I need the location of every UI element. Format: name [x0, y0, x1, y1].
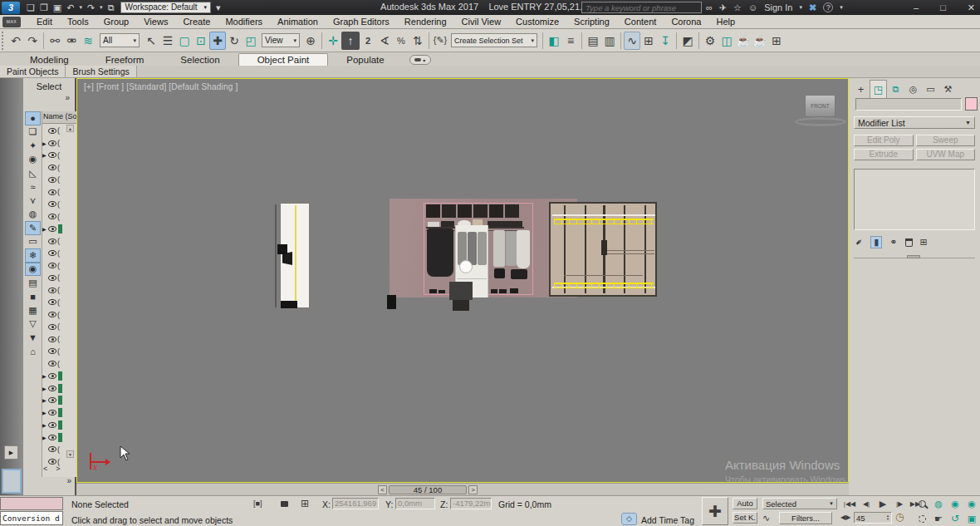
lock-selection-icon[interactable]: [281, 501, 288, 507]
configure-modifier-sets-icon[interactable]: ⊞: [920, 237, 928, 248]
explorer-row[interactable]: (: [42, 297, 76, 309]
help-caret-icon[interactable]: ▾: [840, 4, 843, 11]
explorer-expand-link[interactable]: »: [65, 93, 70, 102]
menu-group[interactable]: Group: [96, 17, 137, 27]
x-coordinate-field[interactable]: 254161,969: [332, 498, 379, 509]
display-bones-icon[interactable]: ⋎: [25, 194, 41, 208]
maxscript-mini-listener[interactable]: Conversion d: [0, 511, 63, 525]
explorer-row[interactable]: (: [42, 161, 76, 174]
visibility-eye-icon[interactable]: [48, 250, 56, 256]
redo-scene-icon[interactable]: ↷: [24, 32, 41, 50]
sign-in-label[interactable]: Sign In: [764, 2, 792, 12]
named-selection-set-dropdown[interactable]: Create Selection Set ▾: [451, 33, 537, 47]
visibility-eye-icon[interactable]: [48, 275, 56, 281]
render-iterative-icon[interactable]: ☕: [752, 32, 768, 50]
select-and-manipulate-icon[interactable]: ✛: [325, 32, 341, 50]
modifier-list-dropdown[interactable]: Modifier List ▼: [854, 116, 975, 129]
expand-arrow-icon[interactable]: ▶: [42, 397, 47, 403]
expand-arrow-icon[interactable]: ▶: [42, 226, 47, 232]
viewport-front[interactable]: [+] [Front ] [Standard] [Default Shading…: [76, 78, 849, 483]
key-filters-icon[interactable]: ∿: [762, 513, 770, 524]
user-icon[interactable]: ☺: [748, 2, 757, 12]
expand-arrow-icon[interactable]: ▶: [42, 410, 47, 415]
key-mode-dropdown[interactable]: Selected ▼: [762, 498, 837, 509]
frame-spin-down-icon[interactable]: ▼: [886, 518, 889, 521]
zoom-all-icon[interactable]: ◍: [930, 497, 947, 510]
z-coordinate-field[interactable]: -4179,22m: [450, 498, 492, 509]
explorer-row[interactable]: (: [42, 308, 76, 321]
save-file-icon[interactable]: ▣: [53, 2, 61, 13]
display-cameras-icon[interactable]: ◉: [25, 153, 41, 167]
explorer-row[interactable]: ▶: [42, 370, 76, 382]
explorer-row[interactable]: (: [42, 186, 76, 199]
visibility-eye-icon[interactable]: [48, 386, 56, 391]
ribbon-tab-object-paint[interactable]: Object Paint: [238, 53, 329, 66]
menu-rendering[interactable]: Rendering: [397, 17, 454, 27]
tab-create-icon[interactable]: +: [852, 80, 870, 98]
use-pivot-center-icon[interactable]: ⊕: [302, 32, 319, 50]
visibility-eye-icon[interactable]: [48, 165, 56, 170]
explorer-row[interactable]: (: [42, 210, 76, 223]
visibility-eye-icon[interactable]: [48, 410, 56, 415]
visibility-eye-icon[interactable]: [48, 299, 56, 305]
ribbon-tab-selection[interactable]: Selection: [162, 54, 238, 66]
visibility-eye-icon[interactable]: [48, 348, 56, 354]
explorer-row[interactable]: ▶: [42, 419, 76, 431]
visibility-eye-icon[interactable]: [48, 422, 56, 428]
redo-dropdown-icon[interactable]: ▾: [100, 4, 103, 11]
explorer-row[interactable]: ▶: [42, 395, 76, 407]
menu-civil-view[interactable]: Civil View: [454, 17, 508, 27]
modifier-stack[interactable]: [854, 169, 975, 230]
zoom-extents-all-icon[interactable]: ◉: [963, 497, 980, 510]
expand-panel-button[interactable]: ▶: [4, 445, 18, 460]
orbit-icon[interactable]: ↺: [947, 512, 963, 525]
ribbon-toggle-icon[interactable]: ↧: [657, 32, 674, 50]
bind-to-spacewarp-icon[interactable]: ≋: [80, 32, 96, 50]
grid-toggle-icon[interactable]: ▦: [25, 303, 41, 317]
name-column-header[interactable]: Name (Sor: [42, 111, 76, 124]
unlink-selection-icon[interactable]: ⚮: [63, 32, 80, 50]
workspace-toggle-icon[interactable]: ▾: [216, 2, 221, 13]
y-coordinate-field[interactable]: 0,0mm: [395, 498, 435, 509]
visibility-eye-icon[interactable]: [48, 288, 56, 293]
visibility-eye-icon[interactable]: [48, 312, 56, 317]
select-and-move-icon[interactable]: ✚: [209, 32, 226, 50]
material-toggle-icon[interactable]: ■: [25, 290, 41, 304]
remove-modifier-icon[interactable]: [905, 238, 913, 247]
freeze-toggle-icon[interactable]: ❄: [25, 248, 41, 263]
communication-center-icon[interactable]: ✈: [719, 2, 727, 13]
menu-graph-editors[interactable]: Graph Editors: [326, 17, 397, 27]
select-and-scale-icon[interactable]: ◰: [243, 32, 259, 50]
explorer-row[interactable]: ▶(: [42, 150, 76, 162]
modifier-button-uvw-map[interactable]: UVW Map: [916, 149, 976, 160]
a360-icon[interactable]: ✖: [809, 2, 816, 13]
visibility-eye-icon[interactable]: [48, 214, 56, 219]
tab-motion-icon[interactable]: ◎: [904, 80, 922, 98]
explorer-row[interactable]: ▶: [42, 223, 76, 235]
display-lights-icon[interactable]: ✦: [25, 139, 41, 153]
explorer-more-link[interactable]: »: [66, 476, 71, 485]
visibility-eye-icon[interactable]: [48, 140, 56, 146]
show-end-result-icon[interactable]: ▮: [870, 236, 882, 248]
macro-recorder-box[interactable]: [0, 497, 63, 510]
folder-icon[interactable]: ⌂: [25, 345, 41, 359]
angle-snap-icon[interactable]: ∢: [376, 32, 393, 50]
explorer-row[interactable]: (: [42, 259, 76, 272]
select-by-name-icon[interactable]: ☰: [159, 32, 176, 50]
select-object-icon[interactable]: ↖: [143, 32, 159, 50]
properties-icon[interactable]: ▤: [25, 276, 41, 290]
auto-key-button[interactable]: Auto: [733, 498, 757, 509]
undo-scene-icon[interactable]: ↶: [7, 32, 24, 50]
schematic-view-icon[interactable]: ⊞: [640, 32, 657, 50]
visibility-eye-icon[interactable]: [48, 152, 56, 158]
set-key-button[interactable]: Set K.: [733, 512, 757, 524]
explorer-row[interactable]: ▶(: [42, 137, 76, 150]
visibility-eye-icon[interactable]: [48, 337, 56, 342]
render-production-icon[interactable]: ☕: [735, 32, 752, 50]
frame-forward-button[interactable]: >: [468, 485, 478, 494]
visibility-eye-icon[interactable]: [48, 373, 56, 379]
expand-arrow-icon[interactable]: ▶: [42, 152, 47, 158]
keyboard-shortcut-override-icon[interactable]: ↑: [341, 32, 360, 50]
previous-frame-icon[interactable]: ◀|: [860, 498, 873, 510]
render-setup-icon[interactable]: ⚙: [702, 32, 718, 50]
